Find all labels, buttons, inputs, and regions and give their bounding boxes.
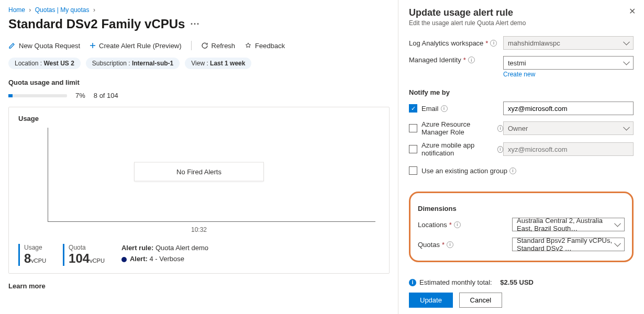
- learn-more[interactable]: Learn more: [8, 282, 390, 290]
- notify-heading: Notify me by: [409, 88, 634, 96]
- info-icon[interactable]: i: [490, 40, 497, 47]
- feedback-button[interactable]: Feedback: [245, 42, 285, 50]
- app-checkbox[interactable]: [409, 145, 417, 153]
- chart-tick: 10:32: [191, 226, 207, 233]
- filter-subscription[interactable]: Subscription : Internal-sub-1: [86, 58, 180, 69]
- feedback-icon: [245, 42, 252, 49]
- info-icon[interactable]: i: [468, 57, 475, 63]
- filter-location[interactable]: Location : West US 2: [8, 58, 81, 69]
- new-quota-button[interactable]: New Quota Request: [8, 42, 80, 50]
- alert-rule-row: Alert rule: Quota Alert demo: [121, 244, 208, 252]
- stat-usage: Usage 8vCPU: [18, 244, 46, 266]
- quota-usage-heading: Quota usage and limit: [8, 78, 390, 86]
- stat-quota: Quota 104vCPU: [63, 244, 105, 266]
- usage-percent: 7%: [75, 92, 85, 99]
- usage-card-title: Usage: [18, 115, 380, 122]
- info-icon[interactable]: i: [497, 146, 503, 153]
- app-input: [503, 142, 634, 156]
- breadcrumb: Home › Quotas | My quotas ›: [8, 6, 390, 14]
- dimensions-highlight: Dimensions Locations * i Australia Centr…: [409, 192, 634, 262]
- quotas-select[interactable]: Standard Bpsv2 Family vCPUs, Standard DS…: [512, 238, 625, 251]
- mi-select[interactable]: testmi: [503, 56, 634, 70]
- law-select[interactable]: mahshidmlawspc: [503, 36, 634, 50]
- close-icon[interactable]: ✕: [629, 6, 636, 16]
- existing-ag-checkbox[interactable]: [409, 166, 417, 175]
- filter-view[interactable]: View : Last 1 week: [185, 58, 251, 69]
- no-fired-alerts: No Fired Alerts: [134, 162, 264, 182]
- info-icon[interactable]: i: [497, 125, 503, 132]
- crumb-home[interactable]: Home: [8, 6, 25, 14]
- create-new-link[interactable]: Create new: [503, 71, 634, 78]
- estimated-total: i Estimated monthly total: $2.55 USD: [409, 278, 634, 286]
- refresh-icon: [201, 42, 208, 49]
- more-icon[interactable]: ···: [190, 19, 199, 30]
- panel-title: Update usage alert rule: [409, 7, 634, 18]
- email-checkbox[interactable]: ✓: [409, 104, 417, 113]
- email-input[interactable]: [503, 102, 634, 115]
- severity-dot-icon: [121, 257, 127, 262]
- usage-chart: No Fired Alerts 10:32: [18, 128, 380, 238]
- info-dot-icon: i: [409, 279, 416, 286]
- plus-icon: [90, 42, 96, 49]
- pencil-icon: [8, 42, 16, 49]
- arm-checkbox[interactable]: [409, 124, 417, 132]
- cancel-button[interactable]: Cancel: [459, 293, 502, 308]
- create-alert-button[interactable]: Create Alert Rule (Preview): [90, 42, 182, 50]
- panel-subtitle: Edit the usage alert rule Quota Alert de…: [409, 19, 634, 27]
- usage-of: 8 of 104: [94, 92, 118, 99]
- info-icon[interactable]: i: [454, 221, 461, 228]
- info-icon[interactable]: i: [509, 167, 516, 174]
- info-icon[interactable]: i: [447, 241, 453, 248]
- usage-bar: [8, 94, 67, 97]
- crumb-quotas[interactable]: Quotas | My quotas: [35, 6, 90, 14]
- page-title: Standard DSv2 Family vCPUs: [8, 17, 185, 31]
- dimensions-heading: Dimensions: [418, 205, 625, 212]
- alert-level-row: Alert: 4 - Verbose: [121, 255, 208, 263]
- info-icon[interactable]: i: [441, 105, 448, 112]
- locations-select[interactable]: Australia Central 2, Australia East, Bra…: [512, 218, 625, 231]
- update-button[interactable]: Update: [409, 293, 453, 308]
- arm-select[interactable]: Owner: [503, 121, 634, 135]
- refresh-button[interactable]: Refresh: [201, 42, 236, 50]
